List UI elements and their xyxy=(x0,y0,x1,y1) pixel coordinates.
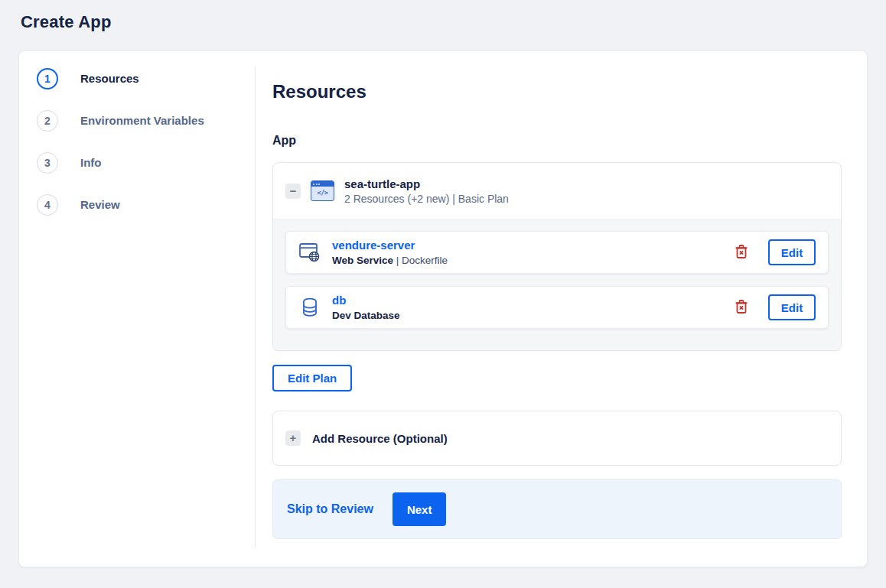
app-titles: sea-turtle-app 2 Resources (+2 new) | Ba… xyxy=(344,177,509,205)
app-name: sea-turtle-app xyxy=(344,177,509,190)
step-info[interactable]: 3 Info xyxy=(37,141,256,184)
resource-type-line: Dev Database xyxy=(332,310,722,321)
resource-type-line: Web Service | Dockerfile xyxy=(332,255,722,266)
edit-plan-button[interactable]: Edit Plan xyxy=(272,365,352,391)
resource-texts: vendure-server Web Service | Dockerfile xyxy=(332,239,722,266)
expand-add-resource-button[interactable]: + xyxy=(285,430,301,446)
delete-resource-button[interactable] xyxy=(733,242,750,263)
step-content: Resources App − </> sea-turtle-app 2 Res… xyxy=(256,51,867,567)
resource-name-link[interactable]: vendure-server xyxy=(332,239,415,252)
step-label: Resources xyxy=(80,72,139,85)
collapse-app-button[interactable]: − xyxy=(285,184,301,199)
web-service-icon xyxy=(298,242,321,263)
resource-row: db Dev Database Edit xyxy=(285,286,829,329)
app-icon: </> xyxy=(311,180,334,201)
app-summary: 2 Resources (+2 new) | Basic Plan xyxy=(344,193,509,205)
step-number-badge: 4 xyxy=(37,194,58,216)
app-section-label: App xyxy=(272,134,842,148)
step-resources[interactable]: 1 Resources xyxy=(37,57,256,99)
wizard-footer: Skip to Review Next xyxy=(272,479,842,539)
step-number-badge: 1 xyxy=(37,68,58,89)
delete-resource-button[interactable] xyxy=(733,297,750,318)
page-title: Create App xyxy=(0,0,886,32)
app-card-header: − </> sea-turtle-app 2 Resources (+2 new… xyxy=(273,163,841,219)
create-app-wizard-card: 1 Resources 2 Environment Variables 3 In… xyxy=(18,50,868,567)
step-number-badge: 2 xyxy=(37,110,58,132)
next-button[interactable]: Next xyxy=(393,492,447,526)
app-icon-titlebar xyxy=(311,181,334,187)
resource-type: Web Service xyxy=(332,255,393,266)
step-label: Info xyxy=(80,156,102,169)
resource-source: | Dockerfile xyxy=(393,255,448,266)
database-icon xyxy=(298,297,321,318)
step-environment-variables[interactable]: 2 Environment Variables xyxy=(37,99,256,141)
code-brackets-icon: </> xyxy=(311,187,334,199)
trash-icon xyxy=(735,299,748,317)
minus-icon: − xyxy=(290,184,297,198)
content-heading: Resources xyxy=(272,81,842,102)
edit-resource-button[interactable]: Edit xyxy=(768,294,816,320)
resource-name-link[interactable]: db xyxy=(332,294,346,307)
app-resource-list: vendure-server Web Service | Dockerfile xyxy=(273,219,841,350)
add-resource-section[interactable]: + Add Resource (Optional) xyxy=(272,411,842,466)
edit-resource-button[interactable]: Edit xyxy=(768,239,816,265)
skip-to-review-link[interactable]: Skip to Review xyxy=(287,502,373,516)
resource-texts: db Dev Database xyxy=(332,294,722,321)
step-label: Review xyxy=(80,198,120,211)
step-label: Environment Variables xyxy=(80,114,204,127)
add-resource-label: Add Resource (Optional) xyxy=(312,432,448,445)
wizard-stepper: 1 Resources 2 Environment Variables 3 In… xyxy=(19,51,256,567)
resource-type: Dev Database xyxy=(332,310,400,321)
step-review[interactable]: 4 Review xyxy=(37,184,256,226)
plus-icon: + xyxy=(290,431,297,445)
step-number-badge: 3 xyxy=(37,152,58,174)
app-card: − </> sea-turtle-app 2 Resources (+2 new… xyxy=(272,162,842,351)
resource-row: vendure-server Web Service | Dockerfile xyxy=(285,231,829,274)
trash-icon xyxy=(735,244,748,262)
